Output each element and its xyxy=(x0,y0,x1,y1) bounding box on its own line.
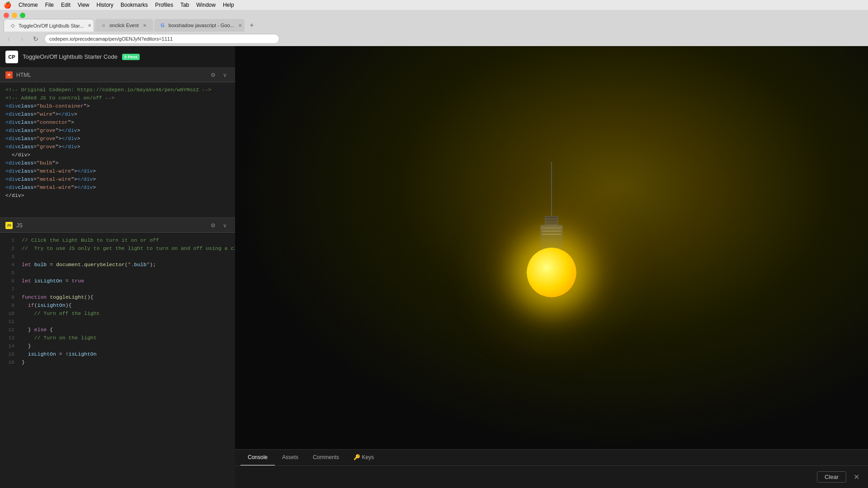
metal-wire-1 xyxy=(542,227,561,229)
browser-tab-2[interactable]: ○ onclick Event ✕ xyxy=(95,19,153,32)
address-input[interactable]: codepen.io/precodecamap/pen/gOENJyN?edit… xyxy=(44,34,279,44)
code-line: <div class="metal-wire"></div> xyxy=(0,183,235,192)
browser-tab-3[interactable]: G boxshadow javascript - Goo... ✕ xyxy=(154,19,245,32)
preview-panel: Console Assets Comments 🔑 Keys Clear ✕ xyxy=(235,46,868,488)
code-text: // Try to use JS only to get the light t… xyxy=(22,244,235,253)
line-number: 6 xyxy=(5,277,14,285)
menu-help[interactable]: Help xyxy=(223,2,234,8)
html-collapse-icon[interactable]: ∨ xyxy=(220,70,230,80)
line-number: 10 xyxy=(5,310,14,318)
bulb-wire xyxy=(551,162,552,216)
html-code-area[interactable]: <!-- Original Codepen: https://codepen.i… xyxy=(0,82,235,217)
console-close-icon[interactable]: ✕ xyxy=(852,473,861,482)
console-area: Clear ✕ xyxy=(235,465,868,488)
menu-history[interactable]: History xyxy=(97,2,113,8)
traffic-lights xyxy=(0,10,868,19)
js-settings-icon[interactable]: ⚙ xyxy=(208,221,218,230)
menu-tab[interactable]: Tab xyxy=(180,2,189,8)
tab-close-1[interactable]: ✕ xyxy=(86,23,93,29)
preview-viewport[interactable] xyxy=(235,46,868,449)
forward-button[interactable]: › xyxy=(17,34,27,44)
codepen-title: ToggleOn/Off Lightbulb Starter Code xyxy=(23,53,118,60)
console-tab[interactable]: Console xyxy=(241,450,275,466)
js-code-line: 7 xyxy=(0,285,235,293)
js-code-line: 2// Try to use JS only to get the light … xyxy=(0,244,235,253)
back-button[interactable]: ‹ xyxy=(4,34,14,44)
js-actions: ⚙ ∨ xyxy=(208,221,230,230)
bulb-connector xyxy=(545,216,558,225)
html-label: HTML xyxy=(16,72,31,78)
code-line: <div class="bulb"> xyxy=(0,159,235,167)
bulb-globe[interactable] xyxy=(527,248,576,297)
reload-button[interactable]: ↻ xyxy=(31,34,41,44)
menu-window[interactable]: Window xyxy=(196,2,216,8)
tab-label-2: onclick Event xyxy=(109,23,139,28)
js-code-line: 10 // Turn off the light xyxy=(0,310,235,318)
browser-chrome: ◇ ToggleOn/Off Lightbulb Star... ✕ ○ onc… xyxy=(0,10,868,46)
tab-close-3[interactable]: ✕ xyxy=(237,22,243,28)
clear-button[interactable]: Clear xyxy=(817,471,846,483)
editor-panel: CP ToggleOn/Off Lightbulb Starter Code 5… xyxy=(0,46,235,488)
main-content: CP ToggleOn/Off Lightbulb Starter Code 5… xyxy=(0,46,868,488)
code-text: // Turn on the light xyxy=(22,334,97,342)
code-line: <!-- Original Codepen: https://codepen.i… xyxy=(0,86,235,94)
mac-menubar: 🍎 Chrome File Edit View History Bookmark… xyxy=(0,0,868,10)
code-line: <div class="grove"></div> xyxy=(0,127,235,135)
js-code-line: 11 xyxy=(0,318,235,326)
js-code-line: 3 xyxy=(0,253,235,261)
code-line: <div class="bulb-container"> xyxy=(0,102,235,110)
menu-profiles[interactable]: Profiles xyxy=(155,2,173,8)
js-code-content: 1// Click the Light Bulb to turn it on o… xyxy=(0,233,235,488)
line-number: 15 xyxy=(5,350,14,358)
apple-menu[interactable]: 🍎 xyxy=(4,1,11,9)
browser-tabs: ◇ ToggleOn/Off Lightbulb Star... ✕ ○ onc… xyxy=(0,19,868,32)
tab-favicon-2: ○ xyxy=(100,22,107,28)
line-number: 5 xyxy=(5,269,14,277)
tab-close-2[interactable]: ✕ xyxy=(142,22,148,28)
codepen-logo: CP xyxy=(5,51,18,63)
close-button[interactable] xyxy=(4,13,9,18)
js-code-line: 6let isLightOn = true xyxy=(0,277,235,285)
groove-2 xyxy=(546,220,557,221)
js-editor-section: JS JS ⚙ ∨ 1// Click the Light Bulb to tu… xyxy=(0,217,235,488)
js-code-area[interactable]: 1// Click the Light Bulb to turn it on o… xyxy=(0,233,235,488)
js-code-line: 15 isLightOn = !isLightOn xyxy=(0,350,235,358)
code-line: <div class="grove"></div> xyxy=(0,143,235,151)
html-settings-icon[interactable]: ⚙ xyxy=(208,70,218,80)
code-line: </div> xyxy=(0,151,235,159)
address-text: codepen.io/precodecamap/pen/gOENJyN?edit… xyxy=(49,36,173,42)
metal-wire-3 xyxy=(542,234,561,235)
menu-bookmarks[interactable]: Bookmarks xyxy=(121,2,148,8)
menu-view[interactable]: View xyxy=(78,2,90,8)
minimize-button[interactable] xyxy=(12,13,17,18)
maximize-button[interactable] xyxy=(20,13,25,18)
comments-tab[interactable]: Comments xyxy=(306,450,346,466)
tab-label-1: ToggleOn/Off Lightbulb Star... xyxy=(19,23,84,28)
js-code-line: 1// Click the Light Bulb to turn it on o… xyxy=(0,236,235,244)
line-number: 7 xyxy=(5,285,14,293)
html-section-header: H HTML ⚙ ∨ xyxy=(0,68,235,82)
line-number: 16 xyxy=(5,358,14,366)
menu-edit[interactable]: Edit xyxy=(61,2,71,8)
line-number: 4 xyxy=(5,261,14,269)
js-code-line: 5 xyxy=(0,269,235,277)
codepen-header: CP ToggleOn/Off Lightbulb Starter Code 5… xyxy=(0,46,235,68)
js-collapse-icon[interactable]: ∨ xyxy=(220,221,230,230)
groove-1 xyxy=(546,217,557,218)
menu-chrome[interactable]: Chrome xyxy=(19,2,38,8)
code-text: } xyxy=(22,342,31,350)
html-actions: ⚙ ∨ xyxy=(208,70,230,80)
keys-tab[interactable]: 🔑 Keys xyxy=(346,450,381,466)
menu-file[interactable]: File xyxy=(45,2,54,8)
code-line: <div class="metal-wire"></div> xyxy=(0,175,235,183)
assets-tab[interactable]: Assets xyxy=(275,450,306,466)
js-code-line: 16} xyxy=(0,358,235,366)
code-line: <div class="wire"></div> xyxy=(0,110,235,118)
line-number: 3 xyxy=(5,253,14,261)
new-tab-button[interactable]: + xyxy=(245,19,258,32)
code-text: } xyxy=(22,358,25,366)
code-line: <!-- Added JS to control on/off --> xyxy=(0,94,235,102)
html-editor-section: H HTML ⚙ ∨ <!-- Original Codepen: https:… xyxy=(0,68,235,217)
browser-tab-1[interactable]: ◇ ToggleOn/Off Lightbulb Star... ✕ xyxy=(4,19,94,32)
html-badge: H xyxy=(5,71,13,79)
